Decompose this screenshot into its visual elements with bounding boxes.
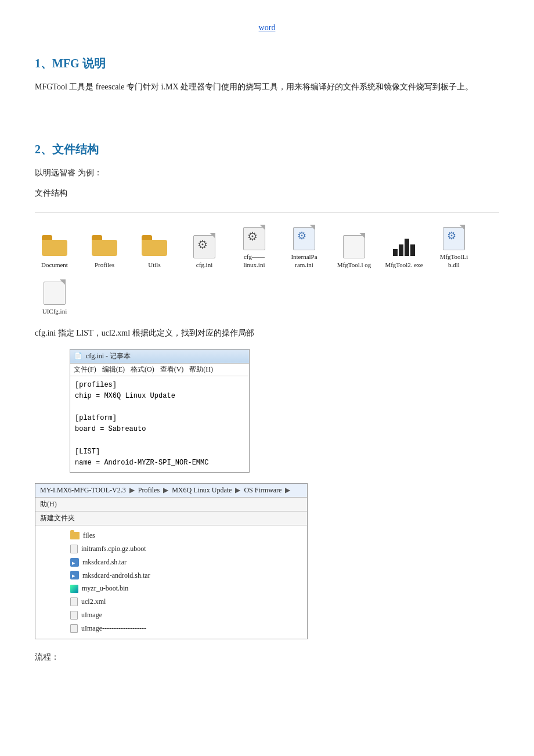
- icon-internal-param: ⚙ InternalPa ram.ini: [284, 225, 324, 269]
- top-link-container: word: [35, 23, 499, 33]
- file-row-initramfs: initramfs.cpio.gz.uboot: [70, 542, 302, 556]
- icon-cfg-linux-ini: ⚙ cfg——linux.ini: [234, 225, 274, 269]
- menu-help[interactable]: 帮助(H): [189, 365, 213, 375]
- section1-title: 1、MFG 说明: [35, 56, 499, 71]
- file-row-files: files: [70, 529, 302, 542]
- file-mksdcard-icon: [70, 558, 79, 567]
- menu-edit[interactable]: 编辑(E): [102, 365, 125, 375]
- file-ucl2-icon: [70, 597, 78, 606]
- file-myzr-uboot-icon: [70, 585, 78, 593]
- folder-icon-utils: [142, 235, 167, 256]
- notepad-line-1: [profiles]: [75, 380, 244, 391]
- mfgtool-log-icon: [343, 233, 365, 258]
- section1-body: MFGTool 工具是 freescale 专门针对 i.MX 处理器专门使用的…: [35, 80, 499, 94]
- notepad-icon: 📄: [74, 352, 82, 361]
- file-icons-row: Document Profiles Utils ⚙: [35, 225, 499, 316]
- menu-view[interactable]: 查看(V): [160, 365, 184, 375]
- icon-mfgtool2-exe: MfgTool2. exe: [384, 233, 424, 269]
- icon-label-utils: Utils: [148, 261, 160, 269]
- internal-param-icon: ⚙: [293, 225, 315, 250]
- explorer-menu: 助(H): [35, 498, 307, 512]
- file-uimage2-icon: [70, 624, 78, 633]
- breadcrumb-part-3: MX6Q Linux Update: [172, 486, 232, 495]
- file-name-myzr-uboot: myzr_u-boot.bin: [82, 582, 128, 595]
- mfgtool2-exe-icon: [392, 235, 416, 256]
- notepad-line-5: [LIST]: [75, 447, 244, 458]
- icon-label-uicfg-ini: UICfg.ini: [42, 307, 67, 315]
- notepad-titlebar: 📄 cfg.ini - 记事本: [70, 350, 249, 363]
- file-name-initramfs: initramfs.cpio.gz.uboot: [81, 542, 146, 556]
- icon-cfg-ini: ⚙ cfg.ini: [185, 233, 224, 269]
- file-name-uimage: uImage: [81, 609, 102, 622]
- icon-label-document: Document: [41, 261, 68, 269]
- section2-intro: 以明远智睿 为例：: [35, 165, 499, 180]
- mfgtoollib-dll-icon: ⚙: [443, 225, 465, 250]
- file-row-uimage2: uImage-------------------: [70, 622, 302, 635]
- divider: [35, 213, 499, 213]
- icon-label-mfgtoollib-dll: MfgToolLi b.dll: [434, 253, 474, 269]
- file-row-uimage: uImage: [70, 609, 302, 622]
- file-structure-label: 文件结构: [35, 186, 499, 200]
- notepad-screenshot: 📄 cfg.ini - 记事本 文件(F) 编辑(E) 格式(O) 查看(V) …: [70, 349, 250, 473]
- file-initramfs-icon: [70, 545, 78, 553]
- notepad-line-3: [platform]: [75, 413, 244, 424]
- file-uimage-icon: [70, 611, 78, 620]
- uicfg-ini-icon: [44, 279, 66, 305]
- folder-icon-profiles: [92, 235, 117, 256]
- menu-file[interactable]: 文件(F): [74, 365, 96, 375]
- explorer-screenshot: MY-I.MX6-MFG-TOOL-V2.3 ▶ Profiles ▶ MX6Q…: [35, 483, 308, 639]
- file-name-files: files: [83, 529, 95, 542]
- icon-uicfg-ini: UICfg.ini: [35, 279, 74, 315]
- notepad-line-4: board = Sabreauto: [75, 424, 244, 435]
- file-name-mksdcard-android: mksdcard-android.sh.tar: [82, 569, 150, 582]
- file-row-myzr-uboot: myzr_u-boot.bin: [70, 582, 302, 595]
- folder-icon-document: [42, 235, 67, 256]
- file-row-mksdcard: mksdcard.sh.tar: [70, 556, 302, 569]
- new-folder-button[interactable]: 新建文件夹: [40, 514, 75, 522]
- breadcrumb-part-1: MY-I.MX6-MFG-TOOL-V2.3: [40, 486, 126, 495]
- notepad-content: [profiles] chip = MX6Q Linux Update [pla…: [70, 376, 249, 473]
- notepad-menubar: 文件(F) 编辑(E) 格式(O) 查看(V) 帮助(H): [70, 363, 249, 376]
- file-row-ucl2: ucl2.xml: [70, 595, 302, 609]
- menu-help-explorer: 助(H): [40, 500, 57, 508]
- icon-label-cfg-ini: cfg.ini: [196, 261, 212, 269]
- notepad-line-2: chip = MX6Q Linux Update: [75, 391, 244, 402]
- icon-label-mfgtool2-exe: MfgTool2. exe: [385, 261, 423, 269]
- icon-label-profiles: Profiles: [95, 261, 114, 269]
- section2-title: 2、文件结构: [35, 142, 499, 157]
- file-mksdcard-android-icon: [70, 571, 79, 579]
- icon-label-internal-param: InternalPa ram.ini: [284, 253, 324, 269]
- cfg-desc: cfg.ini 指定 LIST，ucl2.xml 根据此定义，找到对应的操作局部: [35, 326, 499, 340]
- explorer-address-bar: MY-I.MX6-MFG-TOOL-V2.3 ▶ Profiles ▶ MX6Q…: [35, 484, 307, 498]
- notepad-line-6: name = Android-MYZR-SPI_NOR-EMMC: [75, 458, 244, 469]
- icon-document: Document: [35, 233, 74, 269]
- file-row-mksdcard-android: mksdcard-android.sh.tar: [70, 569, 302, 582]
- file-name-uimage2: uImage-------------------: [81, 622, 146, 635]
- flow-label: 流程：: [35, 650, 499, 664]
- icon-utils: Utils: [135, 233, 174, 269]
- icon-profiles: Profiles: [85, 233, 124, 269]
- icon-mfgtoollib-dll: ⚙ MfgToolLi b.dll: [434, 225, 474, 269]
- file-name-mksdcard: mksdcard.sh.tar: [82, 556, 127, 569]
- file-name-ucl2: ucl2.xml: [81, 595, 106, 609]
- icon-label-cfg-linux: cfg——linux.ini: [234, 253, 274, 269]
- word-link[interactable]: word: [259, 23, 276, 32]
- explorer-toolbar: 新建文件夹: [35, 512, 307, 525]
- folder-files-icon: [70, 532, 80, 539]
- breadcrumb-part-4: OS Firmware: [244, 486, 282, 495]
- cfg-linux-icon: ⚙: [243, 225, 265, 250]
- breadcrumb-part-2: Profiles: [138, 486, 160, 495]
- cfg-ini-icon: ⚙: [193, 233, 215, 258]
- notepad-title: cfg.ini - 记事本: [86, 351, 131, 361]
- explorer-content: files initramfs.cpio.gz.uboot mksdcard.s…: [35, 525, 307, 638]
- icon-mfgtool-log: MfgTool.l og: [334, 233, 374, 269]
- menu-format[interactable]: 格式(O): [131, 365, 154, 375]
- icon-label-mfgtool-log: MfgTool.l og: [337, 261, 371, 269]
